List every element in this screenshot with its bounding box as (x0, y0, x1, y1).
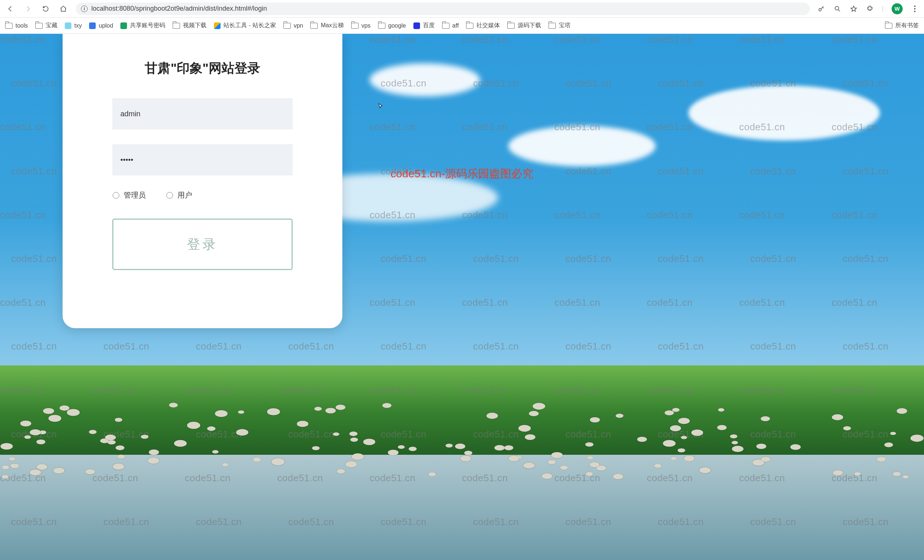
sheep-decoration (699, 467, 711, 473)
bookmark-tools[interactable]: tools (5, 22, 28, 29)
login-card: 甘肃"印象"网站登录 管理员 用户 登录 (63, 34, 342, 328)
zoom-icon[interactable] (834, 5, 842, 13)
folder-icon (172, 23, 180, 29)
sheep-decoration (67, 409, 80, 416)
password-input[interactable] (112, 144, 292, 175)
toolbar-right-icons: | W (817, 3, 919, 14)
bookmark-label: 共享账号密码 (130, 22, 165, 30)
bookmark-google[interactable]: google (378, 22, 406, 29)
role-admin-radio-input[interactable] (112, 192, 119, 199)
login-submit-button[interactable]: 登录 (112, 219, 292, 270)
bookmark-social-media[interactable]: 社交媒体 (466, 22, 500, 30)
bookmark-star-icon[interactable] (850, 5, 858, 13)
bookmark-label: 视频下载 (183, 22, 207, 30)
sheep-decoration (615, 413, 623, 418)
sheep-decoration (684, 455, 694, 461)
username-input[interactable] (112, 98, 292, 130)
extensions-icon[interactable] (866, 5, 874, 13)
sheep-decoration (388, 450, 399, 455)
folder-icon (885, 23, 892, 29)
folder-icon (466, 23, 473, 29)
sheep-decoration (761, 457, 770, 462)
folder-icon (378, 23, 386, 29)
password-key-icon[interactable] (817, 5, 825, 13)
login-title: 甘肃"印象"网站登录 (102, 60, 303, 77)
sheep-decoration (523, 462, 534, 469)
sheep-decoration (486, 412, 498, 419)
sheep-decoration (663, 440, 675, 447)
sheep-decoration (114, 418, 122, 422)
bookmark-webmaster-tools[interactable]: 站长工具 - 站长之家 (214, 22, 276, 30)
bookmark-vps[interactable]: vps (351, 22, 371, 29)
role-user-label: 用户 (177, 190, 192, 200)
sheep-decoration (116, 445, 124, 450)
role-admin-radio[interactable]: 管理员 (112, 190, 146, 200)
avatar-initial: W (894, 6, 900, 12)
folder-icon (310, 23, 318, 29)
sheep-decoration (518, 425, 531, 431)
bookmark-uplod[interactable]: uplod (89, 22, 113, 29)
role-user-radio-input[interactable] (166, 192, 173, 199)
bookmark-label: tools (15, 22, 28, 29)
sheep-decoration (409, 447, 417, 451)
bookmark-label: 所有书签 (895, 22, 919, 30)
nav-back-button[interactable] (5, 4, 15, 14)
sheep-decoration (890, 432, 896, 435)
sheep-decoration (678, 448, 686, 452)
bookmark-baozang[interactable]: 宝藏 (35, 22, 57, 30)
sheep-decoration (910, 434, 924, 442)
sheep-decoration (552, 452, 563, 458)
address-bar[interactable]: i (76, 3, 810, 15)
site-tool-icon (214, 22, 220, 29)
site-info-icon[interactable]: i (81, 6, 88, 12)
nav-forward-button[interactable] (23, 4, 33, 14)
sheep-decoration (314, 407, 322, 410)
sheep-decoration (398, 445, 405, 449)
nav-reload-button[interactable] (40, 4, 51, 14)
profile-avatar[interactable]: W (892, 3, 903, 14)
bookmark-label: vpn (294, 22, 303, 29)
bookmark-source-download[interactable]: 源码下载 (507, 22, 541, 30)
sheep-decoration (0, 443, 13, 450)
sheep-decoration (48, 415, 61, 422)
bookmark-bt[interactable]: 宝塔 (549, 22, 571, 30)
browser-menu-button[interactable] (911, 6, 919, 12)
bookmark-label: 百度 (423, 22, 435, 30)
bookmark-vpn[interactable]: vpn (284, 22, 303, 29)
sheep-decoration (455, 443, 465, 449)
bookmark-max-ladder[interactable]: Max云梯 (310, 22, 344, 30)
sheep-decoration (36, 464, 47, 470)
sheep-decoration (718, 408, 724, 411)
bookmark-label: google (388, 22, 406, 29)
sheep-decoration (112, 463, 124, 470)
bookmark-txy[interactable]: txy (65, 22, 82, 29)
sheep-decoration (854, 472, 860, 475)
folder-icon (442, 23, 450, 29)
url-input[interactable] (91, 5, 805, 12)
sheep-decoration (893, 472, 901, 476)
bookmark-shared-accounts[interactable]: 共享账号密码 (120, 22, 165, 30)
sheep-decoration (363, 439, 375, 445)
sheep-decoration (105, 434, 116, 440)
bookmark-label: 源码下载 (518, 22, 541, 30)
bookmark-label: 宝藏 (46, 22, 57, 30)
nav-home-button[interactable] (58, 4, 69, 14)
cloud-icon (65, 22, 71, 29)
sheep-decoration (187, 422, 200, 429)
bookmark-all-bookmarks[interactable]: 所有书签 (885, 22, 919, 30)
bookmark-aff[interactable]: aff (442, 22, 459, 29)
sheep-decoration (756, 444, 766, 449)
sheep-decoration (692, 430, 703, 436)
sheep-decoration (336, 404, 346, 410)
bookmark-video-download[interactable]: 视频下载 (172, 22, 207, 30)
bookmark-label: 宝塔 (559, 22, 571, 30)
sheep-decoration (678, 418, 690, 424)
sheep-decoration (832, 414, 843, 421)
bookmark-label: aff (452, 22, 459, 29)
sheep-decoration (312, 446, 320, 450)
sheep-decoration (30, 469, 41, 475)
role-user-radio[interactable]: 用户 (166, 190, 192, 200)
bookmark-baidu[interactable]: 百度 (413, 22, 435, 30)
role-radio-group: 管理员 用户 (102, 190, 303, 200)
sheep-decoration (336, 469, 345, 473)
